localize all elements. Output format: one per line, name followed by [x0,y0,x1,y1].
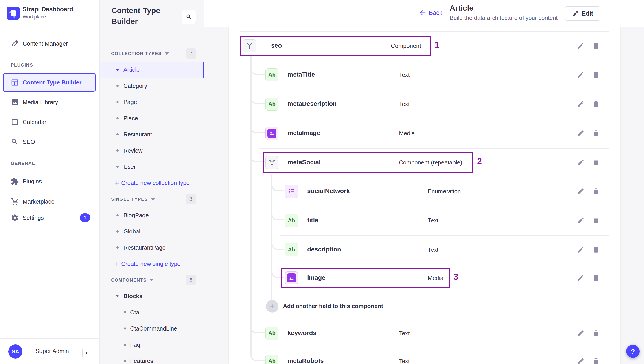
component-group-blocks[interactable]: Blocks [100,288,204,304]
edit-field-button-description[interactable] [576,245,586,255]
builder-item-label: Review [124,147,142,154]
sidebar-item-label: Content-Type Builder [23,79,82,86]
page-subtitle: Build the data architecture of your cont… [450,14,558,21]
delete-field-button-metaSocial[interactable] [591,157,601,167]
bullet-icon [116,85,119,87]
sidebar-item-label: Settings [23,214,44,221]
delete-field-button-title[interactable] [591,216,601,225]
builder-item-global[interactable]: Global [100,223,204,240]
builder-item-place[interactable]: Place [100,110,204,126]
sidebar-item-media-library[interactable]: Media Library [0,94,100,111]
builder-item-category[interactable]: Category [100,78,204,94]
delete-field-button-metaDescription[interactable] [591,99,601,109]
chevron-down-icon[interactable] [151,198,155,201]
sidebar-item-marketplace[interactable]: Marketplace [0,193,100,210]
edit-field-button-title[interactable] [576,216,586,225]
edit-field-button-seo[interactable] [576,41,586,51]
edit-field-button-metaRobots[interactable] [576,356,586,364]
enumeration-field-icon [285,185,298,198]
builder-item-ctacommandline[interactable]: CtaCommandLine [100,320,204,337]
help-button[interactable]: ? [626,345,640,358]
strapi-logo-icon [6,7,20,20]
chevron-down-icon[interactable] [115,294,120,298]
row-divider [259,347,610,347]
chevron-down-icon[interactable] [165,52,169,55]
field-type: Media [399,130,415,137]
builder-item-cta[interactable]: Cta [100,304,204,320]
group-label: Blocks [124,293,142,300]
field-name: metaImage [288,129,320,137]
delete-field-button-seo[interactable] [591,41,601,51]
field-name: keywords [288,329,316,337]
sidebar-item-calendar[interactable]: Calendar [0,113,100,130]
caret-glyph [115,295,120,297]
back-button[interactable]: Back [418,9,442,17]
builder-item-restaurant[interactable]: Restaurant [100,126,204,142]
sidebar-item-label: Calendar [23,119,46,126]
avatar[interactable]: SA [8,344,22,358]
pencil-icon [577,42,584,50]
delete-field-button-socialNetwork[interactable] [591,186,601,196]
pencil-icon [577,357,584,364]
tree-elbow [250,121,264,133]
collapse-sidebar-button[interactable] [82,348,90,358]
action-label: Create new collection type [121,179,190,187]
builder-item-blogpage[interactable]: BlogPage [100,207,204,223]
trash-icon [592,329,600,337]
gear-icon [11,214,19,222]
pencil-icon [577,100,584,108]
action-create-new-single-type[interactable]: Create new single type [100,256,204,272]
delete-field-button-metaImage[interactable] [591,128,601,138]
edit-field-button-metaDescription[interactable] [576,99,586,109]
sidebar-item-seo[interactable]: SEO [0,133,100,150]
builder-item-review[interactable]: Review [100,142,204,159]
edit-field-button-metaTitle[interactable] [576,70,586,80]
builder-item-label: Place [124,115,138,122]
plus-icon [114,261,120,267]
builder-item-article[interactable]: Article [100,62,204,78]
search-button[interactable] [182,10,196,24]
field-name: title [307,217,318,224]
tree-elbow [250,349,264,361]
field-name: image [307,274,325,281]
builder-item-user[interactable]: User [100,159,204,175]
pencil-icon [577,188,584,195]
trash-icon [592,71,600,79]
media-glyph-icon [268,129,276,138]
delete-field-button-description[interactable] [591,245,601,255]
trash-icon [592,129,600,137]
edit-field-button-image[interactable] [576,273,586,283]
sidebar-item-plugins[interactable]: Plugins [0,173,100,190]
edit-field-button-metaImage[interactable] [576,128,586,138]
edit-field-button-keywords[interactable] [576,328,586,338]
edit-button[interactable]: Edit [565,6,600,21]
annotation-number-2: 2 [477,157,482,166]
media-glyph-icon [287,273,296,282]
feather-icon [11,40,19,48]
text-field-icon: Ab [285,214,298,227]
bullet-icon [116,101,119,103]
delete-field-button-metaRobots[interactable] [591,356,601,364]
delete-field-button-image[interactable] [591,273,601,283]
plus-icon [269,303,276,310]
builder-item-restaurantpage[interactable]: RestaurantPage [100,240,204,256]
add-field-to-component-button[interactable] [266,300,278,312]
edit-field-button-socialNetwork[interactable] [576,186,586,196]
field-type: Text [399,101,410,108]
action-create-new-collection-type[interactable]: Create new collection type [100,175,204,191]
delete-field-button-metaTitle[interactable] [591,70,601,80]
text-field-icon: Ab [266,327,278,340]
builder-item-faq[interactable]: Faq [100,337,204,353]
chevron-down-icon[interactable] [150,279,154,281]
builder-item-features[interactable]: Features [100,353,204,364]
trash-icon [592,42,600,50]
sidebar-item-content-type-builder[interactable]: Content-Type Builder [3,73,96,92]
workspace-header[interactable]: Strapi Dashboard Workplace [0,0,100,30]
edit-field-button-metaSocial[interactable] [576,157,586,167]
tree-elbow [271,208,284,220]
delete-field-button-keywords[interactable] [591,328,601,338]
builder-item-page[interactable]: Page [100,94,204,110]
annotation-box-image [281,268,450,288]
sidebar-item-content-manager[interactable]: Content Manager [0,35,100,52]
sidebar-item-settings[interactable]: Settings1 [0,209,100,226]
